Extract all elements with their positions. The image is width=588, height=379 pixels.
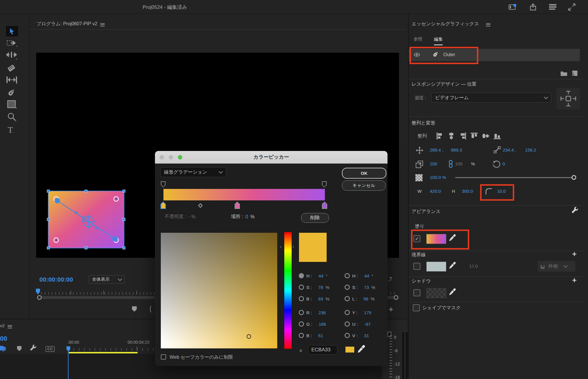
l-radio[interactable] [345, 296, 350, 301]
layer-name[interactable]: Outer [443, 52, 455, 57]
program-monitor-menu-icon[interactable] [100, 22, 105, 27]
track-select-forward-tool[interactable] [6, 39, 18, 48]
appearance-wrench-icon[interactable] [571, 207, 579, 214]
mark-in-icon[interactable]: { [149, 305, 151, 312]
minimize-window-icon[interactable] [169, 155, 173, 159]
b2-value[interactable]: 51 [318, 333, 323, 338]
color-stop-pink[interactable] [235, 202, 240, 209]
align-vcenter-icon[interactable] [447, 132, 455, 140]
delete-stop-button[interactable]: 削除 [301, 213, 329, 223]
h2-value[interactable]: 44 [364, 273, 369, 278]
corner-radius-value[interactable]: 10.0 [497, 189, 506, 194]
align-hcenter-icon[interactable] [482, 132, 490, 140]
layer-visibility-eye-icon[interactable] [414, 52, 420, 57]
y-radio[interactable] [345, 310, 350, 315]
picker-eyedropper-icon[interactable] [357, 345, 365, 353]
g-radio[interactable] [299, 321, 304, 327]
snap-icon[interactable] [0, 345, 6, 352]
v-value[interactable]: 31 [364, 333, 369, 338]
saturation-brightness-field[interactable] [161, 233, 277, 348]
b-radio[interactable] [299, 296, 304, 301]
h2-radio[interactable] [345, 273, 350, 278]
b-value[interactable]: 93 [318, 296, 323, 301]
tab-browse[interactable]: 参照 [414, 36, 422, 42]
u-radio[interactable] [345, 321, 350, 327]
fill-eyedropper-icon[interactable] [449, 234, 456, 242]
program-timecode[interactable]: 00:00:00:00 [39, 276, 73, 283]
stroke-enabled-checkbox[interactable] [413, 263, 420, 270]
timeline-menu-icon[interactable] [8, 324, 12, 329]
stroke-eyedropper-icon[interactable] [449, 261, 456, 270]
essential-graphics-menu-icon[interactable] [486, 22, 490, 27]
stroke-style-select[interactable]: 外側 [538, 261, 575, 272]
zoom-tool[interactable] [7, 112, 17, 122]
timeline-timecode-partial[interactable]: 00 [0, 335, 7, 343]
r-value[interactable]: 236 [318, 310, 326, 315]
tab-edit[interactable]: 編集 [434, 36, 443, 45]
pen-tool[interactable] [6, 88, 16, 97]
l-value[interactable]: 56 [363, 296, 368, 301]
link-scale-icon[interactable] [448, 160, 453, 168]
stacked-lines-icon[interactable] [549, 4, 557, 10]
s2-value[interactable]: 73 [364, 285, 369, 290]
ok-button[interactable]: OK [342, 168, 386, 179]
program-scrollbar-left-handle[interactable] [37, 295, 42, 300]
gradient-strip[interactable] [163, 189, 325, 200]
b2-radio[interactable] [299, 333, 304, 338]
midpoint-diamond[interactable] [198, 203, 203, 208]
close-window-icon[interactable] [160, 155, 164, 159]
anchor-x-value[interactable]: 234.4 , [503, 147, 516, 152]
program-scrollbar-right-handle[interactable] [394, 295, 398, 300]
opacity-slider-track[interactable] [455, 177, 574, 178]
razor-tool[interactable] [6, 64, 16, 73]
align-left-icon[interactable] [436, 132, 444, 140]
position-x-value[interactable]: 289.4 , [430, 147, 443, 152]
width-value[interactable]: 420.0 [430, 189, 441, 194]
opacity-stop-left[interactable] [161, 181, 166, 187]
sequence-tab-label[interactable]: v2 [0, 323, 5, 328]
selected-gradient-shape[interactable] [46, 188, 127, 251]
shadow-eyedropper-icon[interactable] [449, 288, 456, 296]
scale-value[interactable]: 100 [430, 161, 437, 166]
fill-gradient-swatch[interactable] [426, 234, 446, 244]
position-y-value[interactable]: 889.3 [451, 147, 462, 152]
fill-enabled-checkbox[interactable]: ✓ [413, 235, 420, 242]
new-layer-icon[interactable] [572, 70, 578, 77]
add-shadow-plus-icon[interactable]: + [572, 276, 577, 285]
stroke-width-value[interactable]: 17.0 [469, 264, 478, 269]
type-tool[interactable]: T. [8, 125, 14, 135]
selection-tool[interactable] [5, 25, 19, 37]
slip-tool[interactable] [6, 76, 18, 84]
field-sample-marker[interactable] [247, 334, 251, 339]
opacity-value[interactable]: 100.0 % [430, 175, 446, 180]
opacity-stop-right[interactable] [322, 181, 327, 187]
fullscreen-icon[interactable] [568, 3, 576, 11]
workspace-icon[interactable] [509, 4, 517, 10]
shadow-enabled-checkbox[interactable] [413, 289, 420, 296]
button-editor-plus-icon[interactable]: + [389, 305, 393, 314]
s-radio[interactable] [299, 285, 304, 290]
share-icon[interactable] [529, 3, 537, 11]
r-radio[interactable] [299, 310, 304, 315]
zoom-window-icon[interactable] [178, 155, 182, 159]
cancel-button[interactable]: キャンセル [342, 180, 386, 191]
add-stroke-plus-icon[interactable]: + [572, 250, 577, 259]
y-value[interactable]: 175 [364, 310, 371, 315]
anchor-y-value[interactable]: 156.2 [525, 147, 536, 152]
opacity-slider-knob[interactable] [572, 175, 576, 180]
scale-linked-value[interactable]: 100 [455, 161, 462, 166]
s-value[interactable]: 78 [318, 285, 323, 290]
hex-input[interactable] [308, 345, 338, 355]
color-stop-selected[interactable] [161, 202, 166, 209]
new-folder-icon[interactable] [560, 71, 567, 76]
v-radio[interactable] [345, 333, 350, 338]
zoom-level-select[interactable]: 全体表示 [89, 275, 125, 284]
h-radio[interactable] [299, 273, 304, 278]
gradient-type-select[interactable]: 線形グラデーション [160, 167, 226, 177]
align-top-icon[interactable] [470, 132, 478, 140]
align-bottom-icon[interactable] [493, 132, 501, 140]
follow-select[interactable]: ビデオフレーム [431, 93, 551, 103]
responsive-pin-widget[interactable] [557, 88, 580, 109]
websafe-checkbox[interactable] [161, 354, 166, 360]
align-right-icon[interactable] [459, 132, 467, 140]
